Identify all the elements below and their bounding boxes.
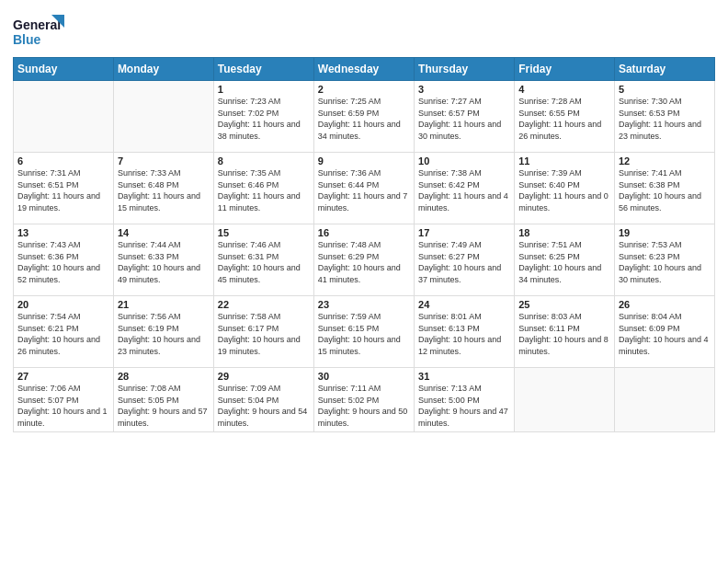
day-cell: 2Sunrise: 7:25 AM Sunset: 6:59 PM Daylig…: [313, 81, 414, 153]
day-cell: 22Sunrise: 7:58 AM Sunset: 6:17 PM Dayli…: [213, 296, 313, 368]
day-cell: 16Sunrise: 7:48 AM Sunset: 6:29 PM Dayli…: [313, 224, 414, 296]
day-number: 7: [118, 155, 210, 167]
week-row-0: 1Sunrise: 7:23 AM Sunset: 7:02 PM Daylig…: [14, 81, 715, 153]
day-info: Sunrise: 7:53 AM Sunset: 6:23 PM Dayligh…: [619, 239, 711, 285]
day-cell: 17Sunrise: 7:49 AM Sunset: 6:27 PM Dayli…: [415, 224, 515, 296]
logo: GeneralBlue: [13, 13, 68, 52]
day-info: Sunrise: 7:06 AM Sunset: 5:07 PM Dayligh…: [17, 383, 109, 429]
header: GeneralBlue: [13, 9, 715, 52]
day-number: 14: [118, 227, 210, 238]
day-info: Sunrise: 7:36 AM Sunset: 6:44 PM Dayligh…: [318, 167, 410, 213]
day-info: Sunrise: 7:44 AM Sunset: 6:33 PM Dayligh…: [118, 239, 210, 285]
day-number: 5: [619, 84, 711, 95]
day-info: Sunrise: 7:35 AM Sunset: 6:46 PM Dayligh…: [218, 167, 310, 213]
day-cell: 28Sunrise: 7:08 AM Sunset: 5:05 PM Dayli…: [113, 368, 213, 432]
day-number: 31: [418, 371, 510, 382]
col-header-saturday: Saturday: [614, 58, 714, 81]
week-row-2: 13Sunrise: 7:43 AM Sunset: 6:36 PM Dayli…: [14, 224, 715, 296]
day-cell: 19Sunrise: 7:53 AM Sunset: 6:23 PM Dayli…: [614, 224, 714, 296]
day-cell: 3Sunrise: 7:27 AM Sunset: 6:57 PM Daylig…: [415, 81, 515, 153]
day-info: Sunrise: 7:49 AM Sunset: 6:27 PM Dayligh…: [418, 239, 510, 285]
day-info: Sunrise: 7:39 AM Sunset: 6:40 PM Dayligh…: [518, 167, 610, 213]
day-cell: [515, 368, 615, 432]
day-number: 19: [619, 227, 711, 238]
day-number: 29: [218, 371, 310, 382]
day-info: Sunrise: 7:54 AM Sunset: 6:21 PM Dayligh…: [17, 311, 109, 357]
day-info: Sunrise: 7:27 AM Sunset: 6:57 PM Dayligh…: [418, 96, 510, 142]
day-info: Sunrise: 7:43 AM Sunset: 6:36 PM Dayligh…: [17, 239, 109, 285]
day-info: Sunrise: 7:25 AM Sunset: 6:59 PM Dayligh…: [318, 96, 410, 142]
day-cell: 26Sunrise: 8:04 AM Sunset: 6:09 PM Dayli…: [614, 296, 714, 368]
day-info: Sunrise: 7:33 AM Sunset: 6:48 PM Dayligh…: [118, 167, 210, 213]
col-header-wednesday: Wednesday: [313, 58, 414, 81]
day-info: Sunrise: 7:56 AM Sunset: 6:19 PM Dayligh…: [118, 311, 210, 357]
day-cell: 10Sunrise: 7:38 AM Sunset: 6:42 PM Dayli…: [415, 153, 515, 224]
day-cell: 7Sunrise: 7:33 AM Sunset: 6:48 PM Daylig…: [113, 153, 213, 224]
day-cell: 21Sunrise: 7:56 AM Sunset: 6:19 PM Dayli…: [113, 296, 213, 368]
day-cell: 29Sunrise: 7:09 AM Sunset: 5:04 PM Dayli…: [213, 368, 313, 432]
day-cell: 4Sunrise: 7:28 AM Sunset: 6:55 PM Daylig…: [515, 81, 615, 153]
calendar-page: GeneralBlue SundayMondayTuesdayWednesday…: [0, 0, 728, 563]
day-info: Sunrise: 7:31 AM Sunset: 6:51 PM Dayligh…: [17, 167, 109, 213]
day-number: 17: [418, 227, 510, 238]
day-number: 1: [218, 84, 310, 95]
day-cell: 5Sunrise: 7:30 AM Sunset: 6:53 PM Daylig…: [614, 81, 714, 153]
day-cell: 6Sunrise: 7:31 AM Sunset: 6:51 PM Daylig…: [14, 153, 114, 224]
day-cell: 9Sunrise: 7:36 AM Sunset: 6:44 PM Daylig…: [313, 153, 414, 224]
day-info: Sunrise: 7:46 AM Sunset: 6:31 PM Dayligh…: [218, 239, 310, 285]
day-number: 28: [118, 371, 210, 382]
day-number: 23: [318, 299, 410, 310]
day-info: Sunrise: 7:11 AM Sunset: 5:02 PM Dayligh…: [318, 383, 410, 429]
col-header-thursday: Thursday: [415, 58, 515, 81]
svg-text:Blue: Blue: [13, 32, 41, 47]
day-number: 10: [418, 155, 510, 167]
day-number: 20: [17, 299, 109, 310]
week-row-1: 6Sunrise: 7:31 AM Sunset: 6:51 PM Daylig…: [14, 153, 715, 224]
day-cell: 20Sunrise: 7:54 AM Sunset: 6:21 PM Dayli…: [14, 296, 114, 368]
day-cell: [614, 368, 714, 432]
day-cell: 23Sunrise: 7:59 AM Sunset: 6:15 PM Dayli…: [313, 296, 414, 368]
calendar-table: SundayMondayTuesdayWednesdayThursdayFrid…: [13, 57, 715, 432]
day-cell: 14Sunrise: 7:44 AM Sunset: 6:33 PM Dayli…: [113, 224, 213, 296]
day-info: Sunrise: 7:13 AM Sunset: 5:00 PM Dayligh…: [418, 383, 510, 429]
logo-svg: GeneralBlue: [13, 13, 68, 52]
day-info: Sunrise: 7:59 AM Sunset: 6:15 PM Dayligh…: [318, 311, 410, 357]
day-number: 24: [418, 299, 510, 310]
day-number: 13: [17, 227, 109, 238]
day-number: 3: [418, 84, 510, 95]
day-cell: 12Sunrise: 7:41 AM Sunset: 6:38 PM Dayli…: [614, 153, 714, 224]
col-header-tuesday: Tuesday: [213, 58, 313, 81]
day-cell: 30Sunrise: 7:11 AM Sunset: 5:02 PM Dayli…: [313, 368, 414, 432]
day-info: Sunrise: 7:38 AM Sunset: 6:42 PM Dayligh…: [418, 167, 510, 213]
day-number: 2: [318, 84, 410, 95]
day-info: Sunrise: 8:01 AM Sunset: 6:13 PM Dayligh…: [418, 311, 510, 357]
day-cell: 1Sunrise: 7:23 AM Sunset: 7:02 PM Daylig…: [213, 81, 313, 153]
day-info: Sunrise: 7:30 AM Sunset: 6:53 PM Dayligh…: [619, 96, 711, 142]
day-info: Sunrise: 7:23 AM Sunset: 7:02 PM Dayligh…: [218, 96, 310, 142]
day-cell: [14, 81, 114, 153]
day-number: 22: [218, 299, 310, 310]
col-header-sunday: Sunday: [14, 58, 114, 81]
day-number: 15: [218, 227, 310, 238]
day-cell: 8Sunrise: 7:35 AM Sunset: 6:46 PM Daylig…: [213, 153, 313, 224]
day-number: 26: [619, 299, 711, 310]
day-number: 12: [619, 155, 711, 167]
day-cell: 18Sunrise: 7:51 AM Sunset: 6:25 PM Dayli…: [515, 224, 615, 296]
week-row-4: 27Sunrise: 7:06 AM Sunset: 5:07 PM Dayli…: [14, 368, 715, 432]
day-number: 4: [518, 84, 610, 95]
day-number: 16: [318, 227, 410, 238]
day-number: 11: [518, 155, 610, 167]
day-info: Sunrise: 7:58 AM Sunset: 6:17 PM Dayligh…: [218, 311, 310, 357]
day-cell: 27Sunrise: 7:06 AM Sunset: 5:07 PM Dayli…: [14, 368, 114, 432]
day-number: 27: [17, 371, 109, 382]
col-header-friday: Friday: [515, 58, 615, 81]
day-number: 18: [518, 227, 610, 238]
day-number: 30: [318, 371, 410, 382]
day-cell: 24Sunrise: 8:01 AM Sunset: 6:13 PM Dayli…: [415, 296, 515, 368]
day-info: Sunrise: 7:48 AM Sunset: 6:29 PM Dayligh…: [318, 239, 410, 285]
day-number: 9: [318, 155, 410, 167]
day-info: Sunrise: 8:04 AM Sunset: 6:09 PM Dayligh…: [619, 311, 711, 357]
day-cell: 11Sunrise: 7:39 AM Sunset: 6:40 PM Dayli…: [515, 153, 615, 224]
day-cell: [113, 81, 213, 153]
header-row: SundayMondayTuesdayWednesdayThursdayFrid…: [14, 58, 715, 81]
